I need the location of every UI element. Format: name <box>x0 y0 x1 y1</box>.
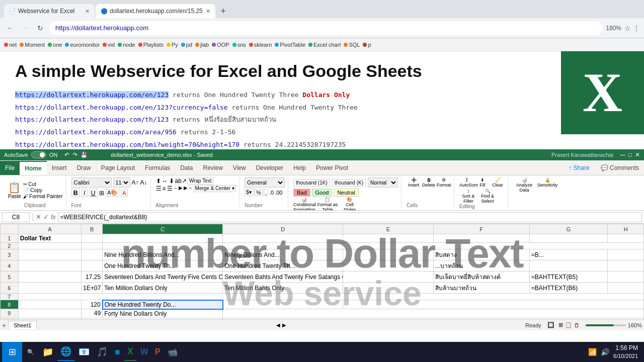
cell-f3[interactable]: สิบสตาง <box>433 249 529 260</box>
increase-indent-icon[interactable]: ▶→ <box>184 185 193 192</box>
url-link-2[interactable]: https://dollartext.herokuapp.com/en/123?… <box>15 104 228 111</box>
bad-style[interactable]: Bad <box>293 189 310 197</box>
cell-reference-input[interactable] <box>2 212 30 222</box>
star-icon[interactable]: ☆ <box>624 24 631 32</box>
cell-c5[interactable]: Seventeen Dollars And Twenty Five Cents … <box>103 272 223 283</box>
cell-b1[interactable] <box>82 234 103 243</box>
number-format-select[interactable]: General <box>245 177 285 188</box>
cell-h3[interactable] <box>608 249 644 260</box>
undo-icon[interactable]: ↶ <box>64 151 69 158</box>
cell-c8[interactable]: One Hundred Twenty Do... <box>103 300 223 309</box>
cell-g6[interactable]: =BAHTTEXT(B6) <box>529 283 607 294</box>
bookmark-playlists[interactable]: Playlists <box>138 42 164 48</box>
conditional-format-button[interactable]: 📊Conditional Formatting <box>293 197 315 211</box>
window-minimize[interactable]: ─ <box>620 151 625 159</box>
cell-g3[interactable]: =B... <box>529 249 607 260</box>
ribbon-tab-file[interactable]: File <box>0 161 20 175</box>
font-color-button[interactable]: A <box>121 190 127 197</box>
cell-styles-button[interactable]: 🎨Cell Styles <box>340 197 360 211</box>
clear-button[interactable]: 🧹Clear <box>491 177 505 188</box>
url-link-3[interactable]: https://dollartext.herokuapp.com/th/123 <box>15 116 169 123</box>
cell-b8[interactable]: 120 <box>82 300 103 309</box>
col-header-h[interactable]: H <box>608 224 644 234</box>
window-maximize[interactable]: □ <box>628 151 632 158</box>
taskbar-item-vscode[interactable]: ■ <box>112 343 123 361</box>
comments-button[interactable]: 💬 Comments <box>596 161 644 175</box>
forward-button[interactable]: → <box>19 22 31 34</box>
add-sheet-button[interactable]: + <box>2 321 6 329</box>
cell-b3[interactable] <box>82 249 103 260</box>
zoom-slider[interactable] <box>586 324 626 326</box>
bookmark-moment[interactable]: Moment <box>20 42 45 48</box>
taskbar-item-browser[interactable]: 🌐 <box>57 343 74 361</box>
font-family-select[interactable]: Calibri <box>71 177 112 188</box>
cell-f5[interactable]: สิบเจ็ดบาทยี่สิบห้าสตางค์ <box>433 272 529 283</box>
cell-e5[interactable] <box>343 272 433 283</box>
bookmark-jlab[interactable]: jlab <box>195 42 209 48</box>
ribbon-tab-data[interactable]: Data <box>175 161 198 175</box>
bold-button[interactable]: B <box>71 189 80 197</box>
cell-b4[interactable] <box>82 260 103 272</box>
cell-g4[interactable] <box>529 260 607 272</box>
decrease-decimal-icon[interactable]: .00 <box>275 190 282 196</box>
currency-button[interactable]: $▾ <box>245 189 254 196</box>
cell-d6[interactable]: Ten Million Bahts Only <box>223 283 343 294</box>
formula-input[interactable] <box>58 212 642 222</box>
cell-a4[interactable] <box>18 260 82 272</box>
cell-a10[interactable] <box>18 318 82 319</box>
url-link-4[interactable]: https://dollartext.herokuapp.com/area/95… <box>15 128 177 136</box>
ribbon-tab-insert[interactable]: Insert <box>47 161 72 175</box>
col-header-d[interactable]: D <box>223 224 343 234</box>
cell-a2[interactable] <box>18 243 82 249</box>
cell-d2[interactable] <box>223 243 343 249</box>
confirm-formula-icon[interactable]: ✓ <box>43 213 49 221</box>
col-header-b[interactable]: B <box>82 224 103 234</box>
format-cells-button[interactable]: ⚙Format <box>437 177 451 188</box>
menu-icon[interactable]: ⋮ <box>633 24 640 32</box>
bookmark-py[interactable]: Py <box>167 42 178 48</box>
cell-a6[interactable] <box>18 283 82 294</box>
start-button[interactable]: ⊞ <box>2 342 22 362</box>
cell-c1[interactable] <box>103 234 223 243</box>
format-painter-button[interactable]: 🖌 Format Painter <box>23 194 63 199</box>
cell-b2[interactable] <box>82 243 103 249</box>
cell-c10[interactable]: Sixty Seven Dollars Only <box>103 318 223 319</box>
bookmark-pivottable[interactable]: PivotTable <box>275 42 305 48</box>
col-header-a[interactable]: A <box>18 224 82 234</box>
view-normal[interactable]: ⊞ <box>558 322 563 328</box>
cell-e4[interactable] <box>343 260 433 272</box>
paste-button[interactable]: 📋Paste <box>7 180 22 200</box>
cell-d4[interactable]: One Hundred Twenty Th... <box>223 260 343 272</box>
col-header-g[interactable]: G <box>529 224 607 234</box>
cell-a3[interactable] <box>18 249 82 260</box>
underline-button[interactable]: U <box>89 189 98 197</box>
cell-g1[interactable] <box>529 234 607 243</box>
cell-g5[interactable]: =BAHTTEXT(B5) <box>529 272 607 283</box>
cell-a9[interactable] <box>18 309 82 318</box>
fill-button[interactable]: ⬇Fill <box>475 177 490 188</box>
align-left-icon[interactable]: ☰ <box>156 185 162 192</box>
cell-c2[interactable] <box>103 243 223 249</box>
align-middle-icon[interactable]: ↔ <box>162 177 168 185</box>
neutral-style[interactable]: Neutral <box>334 189 358 197</box>
taskbar-sound-icon[interactable]: 🔊 <box>601 348 609 356</box>
taskbar-network-icon[interactable]: 📶 <box>588 348 597 356</box>
good-style[interactable]: Good <box>312 189 333 197</box>
wrap-text-button[interactable]: Wrap Text <box>188 177 213 185</box>
taskbar-item-media[interactable]: 🎵 <box>94 343 111 361</box>
font-size-select[interactable]: 11 <box>113 177 130 188</box>
percent-button[interactable]: % <box>255 189 263 196</box>
url-link-1[interactable]: https://dollartext.herokuapp.com/en/123 <box>15 91 169 99</box>
decrease-indent-icon[interactable]: ←▶ <box>174 185 183 192</box>
autosum-button[interactable]: ΣAutoSum <box>459 177 474 188</box>
cell-e3[interactable] <box>343 249 433 260</box>
cell-c6[interactable]: Ten Million Dollars Only <box>103 283 223 294</box>
merge-center-button[interactable]: Merge & Center ▾ <box>194 185 236 192</box>
cut-button[interactable]: ✂ Cut <box>23 182 63 187</box>
redo-icon[interactable]: ↷ <box>72 151 77 158</box>
orientation-icon[interactable]: ab↗ <box>175 177 187 185</box>
find-select-button[interactable]: 🔍Find & Select <box>478 189 497 204</box>
taskbar-item-excel[interactable]: X <box>124 343 136 361</box>
comma-button[interactable]: , <box>264 189 268 196</box>
align-right-icon[interactable]: ☰ <box>167 185 173 192</box>
